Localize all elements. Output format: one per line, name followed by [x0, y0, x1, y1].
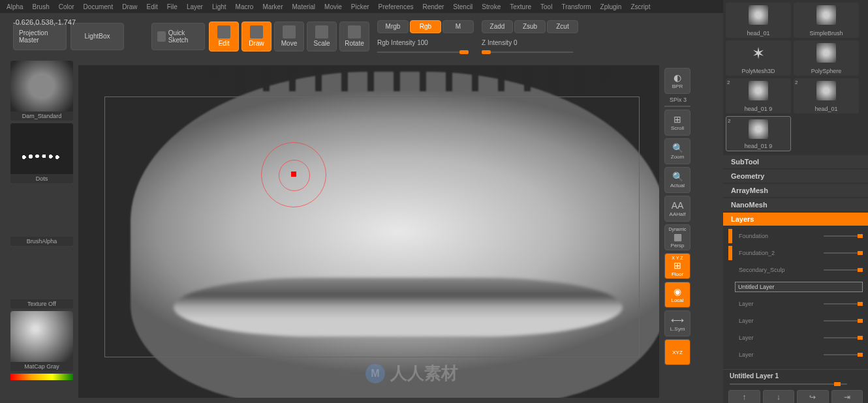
sculpt-mesh — [131, 72, 659, 398]
edit-tool[interactable]: Edit — [209, 22, 239, 52]
geometry-section[interactable]: Geometry — [723, 170, 868, 183]
coordinates-readout: -0.626,0.538,-1.747 — [13, 18, 76, 26]
watermark-icon: M — [365, 364, 385, 383]
tool-thumb-0[interactable]: head_01 — [726, 3, 791, 38]
lightbox-button[interactable]: LightBox — [70, 23, 124, 50]
menu-document[interactable]: Document — [84, 3, 114, 10]
layer-forward-button[interactable]: ↪ — [797, 390, 829, 403]
zcut-mode[interactable]: Zcut — [547, 20, 578, 33]
right-panel: head_01SimpleBrush✶PolyMesh3DPolySphere2… — [723, 0, 868, 403]
draw-tool[interactable]: Draw — [241, 22, 271, 52]
menu-stroke[interactable]: Stroke — [482, 3, 501, 10]
menu-marker[interactable]: Marker — [262, 3, 283, 10]
zsub-mode[interactable]: Zsub — [514, 20, 546, 33]
menu-file[interactable]: File — [167, 3, 178, 10]
menu-macro[interactable]: Macro — [236, 3, 254, 10]
persp-button[interactable]: Dynamic▦Persp — [664, 224, 690, 250]
lsym-button[interactable]: ⟷L.Sym — [664, 310, 690, 336]
spix-label: SPix 3 — [664, 97, 692, 103]
aahalf-button[interactable]: AAAAHalf — [664, 196, 690, 222]
scale-tool[interactable]: Scale — [307, 22, 337, 52]
local-button[interactable]: ◉Local — [664, 282, 690, 308]
zoom-button[interactable]: 🔍Zoom — [664, 138, 690, 164]
z-intensity-label: Z Intensity 0 — [482, 39, 517, 46]
active-layer-section: Untitled Layer 1 — [723, 369, 868, 387]
layer-last-button[interactable]: ⇥ — [831, 390, 863, 403]
menu-movie[interactable]: Movie — [324, 3, 342, 10]
layer-opacity-slider[interactable] — [730, 383, 847, 385]
tool-thumb-2[interactable]: ✶PolyMesh3D — [726, 40, 791, 76]
menu-picker[interactable]: Picker — [351, 3, 369, 10]
nanomesh-section[interactable]: NanoMesh — [723, 198, 868, 211]
m-mode[interactable]: M — [442, 20, 474, 33]
watermark: M人人素材 — [365, 362, 458, 385]
quick-sketch-button[interactable]: Quick Sketch — [151, 23, 205, 50]
menu-color[interactable]: Color — [59, 3, 74, 10]
layer-row[interactable]: Foundation — [728, 228, 863, 244]
menu-zplugin[interactable]: Zplugin — [600, 3, 622, 10]
rgb-mode[interactable]: Rgb — [410, 20, 441, 33]
layer-up-button[interactable]: ↑ — [728, 390, 760, 403]
left-brush-panel: Dam_StandardDotsBrushAlphaTexture OffMat… — [10, 61, 73, 380]
layer-row[interactable]: Untitled Layer — [728, 279, 863, 295]
tool-thumb-6[interactable]: 2head_01 9 — [726, 116, 791, 151]
menu-tool[interactable]: Tool — [540, 3, 552, 10]
canvas[interactable] — [78, 65, 659, 398]
arraymesh-section[interactable]: ArrayMesh — [723, 184, 868, 197]
menu-texture[interactable]: Texture — [510, 3, 531, 10]
tool-grid: head_01SimpleBrush✶PolyMesh3DPolySphere2… — [723, 0, 868, 154]
brush-cursor-center — [291, 172, 296, 177]
menu-zscript[interactable]: Zscript — [630, 3, 650, 10]
menu-stencil[interactable]: Stencil — [453, 3, 473, 10]
menu-preferences[interactable]: Preferences — [379, 3, 414, 10]
tool-thumb-5[interactable]: 2head_01 — [794, 78, 859, 113]
xyz-button[interactable]: XYZ — [664, 339, 690, 365]
right-tool-strip: ◐BPR SPix 3 ⊞Scroll🔍Zoom🔍ActualAAAAHalfD… — [664, 68, 692, 365]
menu-light[interactable]: Light — [212, 3, 226, 10]
projection-master-button[interactable]: Projection Master — [13, 23, 67, 50]
menu-brush[interactable]: Brush — [33, 3, 50, 10]
menu-material[interactable]: Material — [292, 3, 316, 10]
tool-thumb-1[interactable]: SimpleBrush — [794, 3, 859, 38]
menu-transform[interactable]: Transform — [561, 3, 591, 10]
menu-render[interactable]: Render — [423, 3, 444, 10]
layers-list: FoundationFoundation_2Secondary_SculpUnt… — [723, 226, 868, 366]
tool-thumb-4[interactable]: 2head_01 9 — [726, 78, 791, 113]
brush-dots[interactable]: Dots — [10, 123, 73, 183]
menu-draw[interactable]: Draw — [122, 3, 137, 10]
brush-texture-off[interactable]: Texture Off — [10, 248, 73, 308]
layer-row[interactable]: Layer — [728, 347, 863, 363]
z-intensity-slider[interactable] — [482, 52, 573, 53]
rotate-tool[interactable]: Rotate — [339, 22, 369, 52]
move-tool[interactable]: Move — [274, 22, 304, 52]
zadd-mode[interactable]: Zadd — [482, 20, 513, 33]
brush-dam_standard[interactable]: Dam_Standard — [10, 61, 73, 121]
floor-button[interactable]: X Y Z⊞Floor — [664, 253, 690, 279]
layer-row[interactable]: Layer — [728, 330, 863, 346]
layer-down-button[interactable]: ↓ — [763, 390, 795, 403]
layers-header[interactable]: Layers — [723, 213, 868, 226]
menu-alpha[interactable]: Alpha — [7, 3, 23, 10]
menu-edit[interactable]: Edit — [147, 3, 158, 10]
layer-row[interactable]: Foundation_2 — [728, 245, 863, 261]
color-strip[interactable] — [10, 374, 73, 380]
bpr-button[interactable]: ◐BPR — [664, 68, 690, 94]
brush-matcap-gray[interactable]: MatCap Gray — [10, 311, 73, 371]
brush-brushalpha[interactable]: BrushAlpha — [10, 186, 73, 246]
layer-row[interactable]: Layer — [728, 296, 863, 312]
rgb-intensity-slider[interactable] — [377, 52, 469, 53]
layer-row[interactable]: Layer — [728, 313, 863, 329]
subtool-section[interactable]: SubTool — [723, 155, 868, 168]
menu-layer[interactable]: Layer — [187, 3, 203, 10]
rgb-intensity-label: Rgb Intensity 100 — [377, 39, 428, 46]
scroll-button[interactable]: ⊞Scroll — [664, 110, 690, 136]
mrgb-mode[interactable]: Mrgb — [377, 20, 409, 33]
layer-row[interactable]: Secondary_Sculp — [728, 262, 863, 278]
actual-button[interactable]: 🔍Actual — [664, 167, 690, 193]
tool-thumb-3[interactable]: PolySphere — [794, 40, 859, 76]
